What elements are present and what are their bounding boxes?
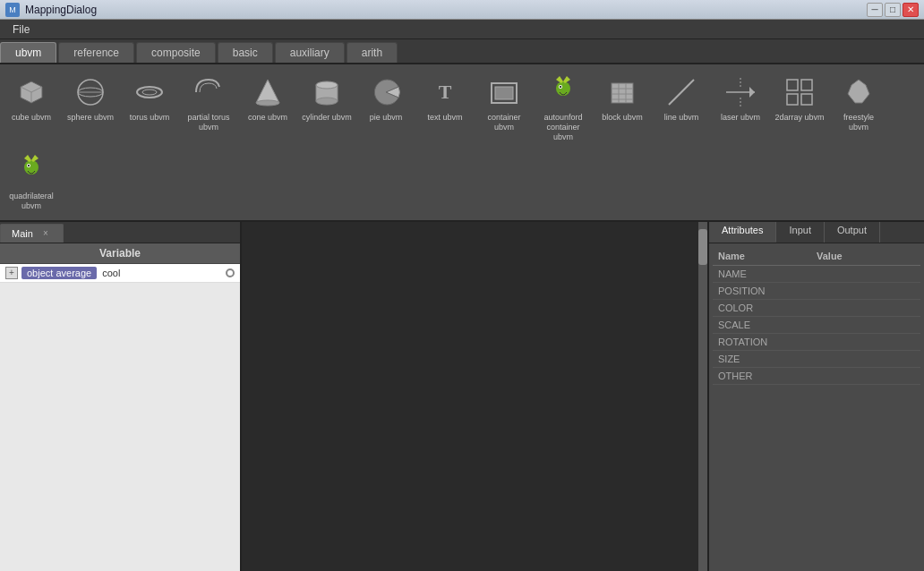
sphere-icon bbox=[72, 73, 109, 111]
ubvm-tab-ubvm[interactable]: ubvm bbox=[0, 42, 56, 63]
ubvm-tab-bar: ubvmreferencecompositebasicauxiliaryarit… bbox=[0, 39, 924, 64]
close-button[interactable]: ✕ bbox=[903, 3, 919, 17]
block-icon bbox=[603, 73, 641, 111]
toolbar-label-freestyle: freestyle ubvm bbox=[833, 113, 885, 132]
tab-main[interactable]: Main × bbox=[0, 224, 64, 243]
svg-point-17 bbox=[556, 81, 570, 96]
toolbar-item-cone[interactable]: cone ubvm bbox=[240, 70, 295, 145]
ubvm-tab-composite[interactable]: composite bbox=[136, 42, 216, 63]
right-tab-input[interactable]: Input bbox=[776, 222, 824, 243]
menu-file[interactable]: File bbox=[5, 21, 37, 38]
attributes-table: Name Value NAMEPOSITIONCOLORSCALEROTATIO… bbox=[709, 243, 924, 571]
toolbar-item-cube[interactable]: cube ubvm bbox=[4, 70, 59, 145]
attr-value bbox=[817, 371, 915, 381]
main-content: Main × Variable +object averagecool Attr… bbox=[0, 222, 924, 571]
menu-bar: File bbox=[0, 20, 924, 39]
svg-line-28 bbox=[669, 80, 694, 105]
ubvm-tab-reference[interactable]: reference bbox=[58, 42, 134, 63]
toolbar-item-2darray[interactable]: 2darray ubvm bbox=[772, 70, 827, 145]
attr-name: COLOR bbox=[718, 303, 817, 313]
cylinder-icon bbox=[308, 73, 346, 111]
toolbar-label-laser: laser ubvm bbox=[721, 113, 760, 123]
attr-col-name: Name bbox=[718, 251, 817, 261]
ubvm-tab-basic[interactable]: basic bbox=[218, 42, 273, 63]
icon-toolbar: cube ubvm sphere ubvm torus ubvm partial… bbox=[0, 64, 924, 222]
ubvm-tab-arith[interactable]: arith bbox=[346, 42, 398, 63]
toolbar-label-autounford: autounford container ubvm bbox=[537, 113, 589, 141]
laser-icon bbox=[722, 73, 759, 111]
toolbar-label-quadrilateral: quadrilateral ubvm bbox=[5, 192, 57, 211]
toolbar-item-autounford[interactable]: autounford container ubvm bbox=[535, 70, 591, 145]
attr-row-other[interactable]: OTHER bbox=[713, 368, 920, 385]
toolbar-item-line[interactable]: line ubvm bbox=[654, 70, 709, 145]
attr-value bbox=[817, 337, 915, 347]
attr-row-color[interactable]: COLOR bbox=[713, 300, 920, 317]
toolbar-item-torus[interactable]: torus ubvm bbox=[122, 70, 177, 145]
variable-list: +object averagecool bbox=[0, 264, 240, 571]
attr-value bbox=[817, 286, 915, 296]
attr-row-name[interactable]: NAME bbox=[713, 266, 920, 283]
right-tab-attributes[interactable]: Attributes bbox=[709, 222, 776, 243]
maximize-button[interactable]: □ bbox=[885, 3, 901, 17]
toolbar-item-quadrilateral[interactable]: quadrilateral ubvm bbox=[4, 149, 59, 215]
autounford-icon bbox=[544, 73, 582, 111]
minimize-button[interactable]: ─ bbox=[867, 3, 883, 17]
app-icon: M bbox=[5, 3, 20, 17]
attr-name: NAME bbox=[718, 268, 817, 279]
quadrilateral-icon bbox=[13, 152, 50, 190]
title-bar: M MappingDialog ─ □ ✕ bbox=[0, 0, 924, 20]
var-connector-dot bbox=[226, 268, 235, 277]
right-tab-output[interactable]: Output bbox=[825, 222, 880, 243]
svg-marker-9 bbox=[256, 80, 279, 103]
variable-row[interactable]: +object averagecool bbox=[0, 264, 240, 283]
var-value: cool bbox=[102, 268, 120, 278]
toolbar-item-partial-torus[interactable]: partial torus ubvm bbox=[181, 70, 236, 145]
toolbar-item-container[interactable]: container ubvm bbox=[476, 70, 532, 145]
svg-marker-18 bbox=[563, 76, 570, 83]
toolbar-label-text: text ubvm bbox=[427, 113, 462, 123]
var-expand-button[interactable]: + bbox=[5, 267, 18, 279]
attributes-header: Name Value bbox=[713, 247, 920, 266]
toolbar-item-pie[interactable]: pie ubvm bbox=[358, 70, 414, 145]
svg-text:T: T bbox=[439, 81, 452, 103]
text-icon: T bbox=[426, 73, 464, 111]
right-tab-bar: AttributesInputOutput bbox=[709, 222, 924, 243]
toolbar-item-laser[interactable]: laser ubvm bbox=[713, 70, 768, 145]
attr-row-scale[interactable]: SCALE bbox=[713, 317, 920, 334]
ubvm-tab-auxiliary[interactable]: auxiliary bbox=[275, 42, 345, 63]
attr-row-rotation[interactable]: ROTATION bbox=[713, 334, 920, 351]
tab-close-icon[interactable]: × bbox=[39, 227, 52, 240]
attr-name: POSITION bbox=[718, 286, 817, 296]
attr-row-size[interactable]: SIZE bbox=[713, 351, 920, 368]
toolbar-label-cylinder: cylinder ubvm bbox=[302, 113, 352, 123]
vertical-scrollbar[interactable] bbox=[698, 222, 707, 571]
cone-icon bbox=[249, 73, 287, 111]
svg-point-21 bbox=[560, 86, 561, 88]
toolbar-item-cylinder[interactable]: cylinder ubvm bbox=[299, 70, 355, 145]
toolbar-label-block: block ubvm bbox=[602, 113, 643, 123]
svg-rect-22 bbox=[612, 83, 633, 103]
svg-marker-19 bbox=[556, 76, 563, 83]
svg-rect-36 bbox=[801, 94, 812, 105]
left-panel: Main × Variable +object averagecool bbox=[0, 222, 242, 571]
attr-value bbox=[817, 268, 915, 279]
attr-row-position[interactable]: POSITION bbox=[713, 283, 920, 300]
right-panel: AttributesInputOutput Name Value NAMEPOS… bbox=[709, 222, 924, 571]
toolbar-item-block[interactable]: block ubvm bbox=[595, 70, 650, 145]
svg-point-8 bbox=[142, 89, 157, 95]
toolbar-label-container: container ubvm bbox=[478, 113, 530, 132]
svg-rect-16 bbox=[495, 87, 513, 99]
attr-name: ROTATION bbox=[718, 337, 817, 347]
toolbar-item-text[interactable]: T text ubvm bbox=[417, 70, 473, 145]
svg-point-38 bbox=[24, 160, 38, 175]
container-icon bbox=[485, 73, 523, 111]
toolbar-item-sphere[interactable]: sphere ubvm bbox=[63, 70, 118, 145]
toolbar-label-line: line ubvm bbox=[664, 113, 699, 123]
svg-rect-35 bbox=[787, 94, 798, 105]
2darray-icon bbox=[781, 73, 818, 111]
toolbar-label-sphere: sphere ubvm bbox=[67, 113, 114, 123]
torus-icon bbox=[131, 73, 168, 111]
toolbar-label-cube: cube ubvm bbox=[12, 113, 51, 123]
svg-marker-30 bbox=[749, 87, 755, 98]
toolbar-item-freestyle[interactable]: freestyle ubvm bbox=[831, 70, 886, 145]
